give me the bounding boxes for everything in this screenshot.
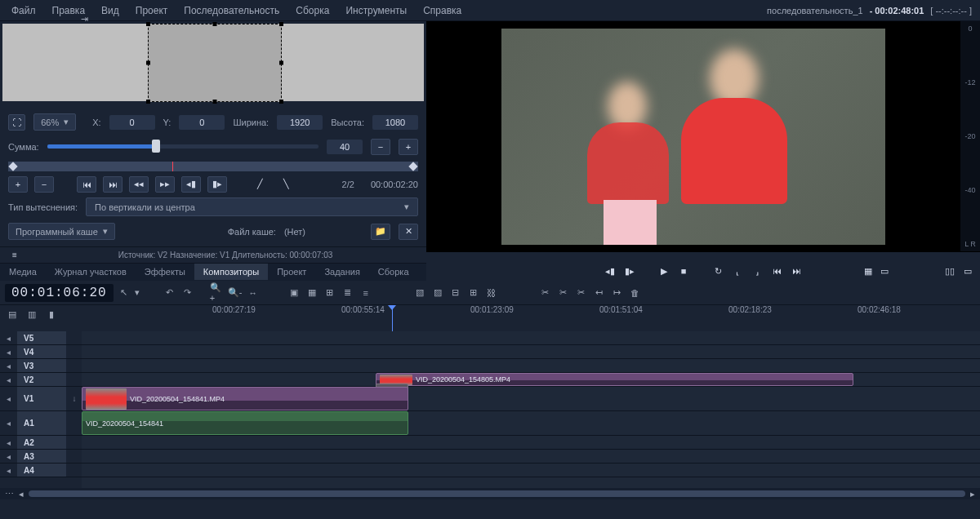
chevron-down-icon[interactable]: ▾ — [135, 287, 140, 298]
play-button[interactable]: ▶ — [657, 264, 671, 277]
mute-icon[interactable]: ◂ — [0, 362, 16, 370]
monitor-ruler[interactable] — [426, 251, 980, 261]
tab-compositors[interactable]: Композиторы — [194, 264, 268, 280]
plus-button[interactable]: + — [399, 139, 418, 155]
expand-icon[interactable]: ↓ — [67, 394, 82, 403]
expand-icon[interactable]: ⛶ — [8, 114, 25, 131]
prev-kf-button[interactable]: ◂◂ — [129, 176, 149, 193]
add-keyframe-button[interactable]: + — [8, 176, 28, 193]
keyframe-end-icon[interactable] — [408, 162, 417, 171]
height-input[interactable] — [372, 115, 418, 130]
tab-project[interactable]: Проект — [268, 264, 315, 280]
tl-btn-15[interactable]: ↦ — [610, 286, 625, 300]
compositor-canvas[interactable] — [2, 24, 424, 101]
slope-in-icon[interactable]: ╱ — [250, 176, 270, 193]
mute-icon[interactable]: ◂ — [0, 334, 16, 343]
track-label-a1[interactable]: ◂A1 — [0, 411, 82, 436]
sum-value-input[interactable] — [327, 140, 363, 154]
pointer-tool-icon[interactable]: ↖ — [117, 286, 131, 300]
mute-icon[interactable]: ◂ — [0, 348, 16, 357]
tl-btn-4[interactable]: ≣ — [341, 286, 355, 300]
tab-journal[interactable]: Журнал участков — [46, 264, 136, 280]
tl-btn-14[interactable]: ↤ — [592, 286, 607, 300]
zoom-in-icon[interactable]: 🔍+ — [210, 286, 225, 300]
goto-start-button[interactable]: ⏮ — [769, 264, 784, 277]
mark-out-button[interactable]: ⸥ — [750, 264, 764, 277]
rewind-button[interactable]: ◂▮ — [603, 264, 617, 277]
tl-btn-12[interactable]: ✂ — [556, 286, 571, 300]
width-input[interactable] — [277, 115, 323, 130]
x-input[interactable] — [109, 115, 155, 130]
timeline-timecode[interactable]: 00:01:06:20 — [5, 284, 114, 302]
mute-icon[interactable]: ◂ — [0, 466, 16, 475]
tl-btn-16[interactable]: 🗑 — [628, 286, 643, 300]
mute-icon[interactable]: ◂ — [0, 394, 16, 403]
mute-icon[interactable]: ◂ — [0, 452, 16, 461]
ruler-icon-2[interactable]: ▥ — [24, 307, 39, 322]
hamburger-icon[interactable]: ≡ — [5, 251, 24, 260]
menu-file[interactable]: Файл — [3, 2, 44, 20]
monitor-viewport[interactable] — [426, 21, 960, 251]
y-input[interactable] — [179, 115, 225, 130]
tl-btn-7[interactable]: ▨ — [430, 286, 445, 300]
folder-icon[interactable]: 📁 — [371, 224, 390, 240]
tab-assembly[interactable]: Сборка — [369, 264, 418, 280]
grid-toggle-icon[interactable]: ▦ — [861, 264, 875, 277]
timeline-content[interactable]: VID_20200504_154805.MP4 ВЫТЕСН VID_20200… — [82, 331, 980, 488]
keyframe-strip[interactable] — [8, 162, 418, 171]
goto-end-button[interactable]: ⏭ — [789, 264, 804, 277]
remove-keyframe-button[interactable]: − — [34, 176, 54, 193]
clip-a1[interactable]: VID_20200504_154841 — [82, 411, 408, 435]
track-label-v1[interactable]: ◂V1↓ — [0, 387, 82, 411]
tl-btn-6[interactable]: ▧ — [412, 286, 427, 300]
step-fwd-button[interactable]: ▮▸ — [207, 176, 227, 193]
tl-btn-10[interactable]: ⛓ — [484, 286, 499, 300]
tl-btn-8[interactable]: ⊟ — [448, 286, 463, 300]
scroll-handle-left-icon[interactable]: ⋯ — [5, 489, 14, 499]
clear-cache-icon[interactable]: ✕ — [399, 224, 418, 240]
tab-tasks[interactable]: Задания — [315, 264, 368, 280]
track-label-v4[interactable]: ◂V4 — [0, 345, 82, 359]
ruler-icon-3[interactable]: ▮ — [44, 307, 59, 322]
skip-start-button[interactable]: ⏮ — [77, 176, 96, 193]
menu-sequence[interactable]: Последовательность — [176, 2, 287, 20]
track-label-a3[interactable]: ◂A3 — [0, 450, 82, 464]
zoom-dropdown[interactable]: 66% ▾ — [33, 113, 76, 131]
menu-assembly[interactable]: Сборка — [287, 2, 337, 20]
keyframe-start-icon[interactable] — [8, 162, 17, 171]
tl-btn-5[interactable]: ≡ — [359, 286, 373, 300]
safe-zone-icon[interactable]: ▭ — [877, 264, 892, 277]
step-back-button[interactable]: ◂▮ — [181, 176, 201, 193]
monitor-split-icon[interactable]: ▯▯ — [942, 264, 957, 277]
tl-btn-13[interactable]: ✂ — [574, 286, 589, 300]
clip-v2[interactable]: VID_20200504_154805.MP4 — [376, 373, 853, 386]
clip-v1[interactable]: VID_20200504_154841.MP4 — [82, 387, 408, 410]
undo-button[interactable]: ↶ — [163, 286, 177, 300]
play-reverse-button[interactable]: ▮▸ — [622, 264, 637, 277]
mute-icon[interactable]: ◂ — [0, 419, 16, 428]
menu-project[interactable]: Проект — [127, 2, 176, 20]
tl-btn-9[interactable]: ⊞ — [466, 286, 481, 300]
tab-media[interactable]: Медиа — [0, 264, 46, 280]
loop-button[interactable]: ↻ — [710, 264, 725, 277]
track-label-a2[interactable]: ◂A2 — [0, 436, 82, 450]
ruler-icon-4[interactable]: ⇥ — [77, 11, 91, 26]
compositor-rect[interactable] — [148, 24, 282, 102]
tab-effects[interactable]: Эффекты — [136, 264, 194, 280]
track-label-v2[interactable]: ◂V2 — [0, 373, 82, 387]
tl-btn-11[interactable]: ✂ — [538, 286, 553, 300]
redo-button[interactable]: ↷ — [180, 286, 195, 300]
track-label-a4[interactable]: ◂A4 — [0, 464, 82, 477]
menu-help[interactable]: Справка — [415, 2, 470, 20]
tl-btn-2[interactable]: ▦ — [305, 286, 319, 300]
track-label-v5[interactable]: ◂V5 — [0, 331, 82, 345]
tl-btn-3[interactable]: ⊞ — [323, 286, 337, 300]
timeline-ruler[interactable]: ▤ ▥ ▮ ⇥ 00:00:27:19 00:00:55:14 00:01:23… — [0, 305, 980, 331]
mark-in-button[interactable]: ⸤ — [730, 264, 745, 277]
monitor-full-icon[interactable]: ▭ — [960, 264, 975, 277]
minus-button[interactable]: − — [371, 139, 390, 155]
menu-tools[interactable]: Инструменты — [337, 2, 415, 20]
skip-end-button[interactable]: ⏭ — [103, 176, 122, 193]
slope-out-icon[interactable]: ╲ — [276, 176, 296, 193]
scroll-right-icon[interactable]: ▸ — [970, 489, 975, 499]
